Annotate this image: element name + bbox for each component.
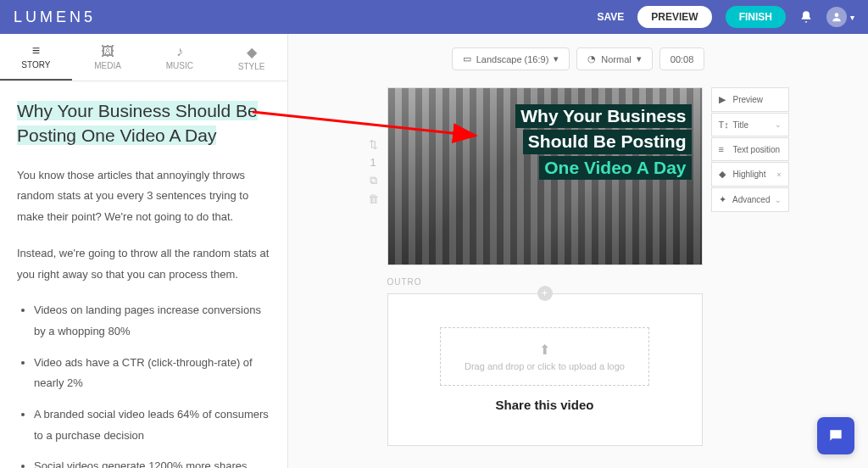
list-item[interactable]: A branded social video leads 64% of cons… — [34, 404, 270, 446]
speed-icon: ◔ — [587, 53, 596, 64]
chevron-down-icon: ⌄ — [775, 120, 782, 129]
list-item[interactable]: Video ads have a CTR (click-through-rate… — [34, 353, 270, 394]
prop-highlight[interactable]: ◆Highlight× — [711, 162, 789, 187]
logo: LUMEN5 — [14, 8, 96, 26]
add-slide-button[interactable]: + — [537, 286, 553, 301]
list-item[interactable]: Videos on landing pages increase convers… — [34, 300, 270, 342]
chevron-down-icon: ⌄ — [775, 196, 782, 204]
tab-media[interactable]: 🖼MEDIA — [72, 34, 144, 81]
chat-icon — [827, 427, 844, 444]
preview-button[interactable]: PREVIEW — [637, 6, 711, 28]
highlight-icon: ◆ — [719, 169, 729, 180]
chat-button[interactable] — [817, 417, 854, 454]
right-panel: ▭Landscape (16:9)▾ ◔Normal▾ 00:08 ⇅ 1 ⧉ … — [288, 34, 868, 468]
story-content: Why Your Business Should BePosting One V… — [0, 81, 287, 468]
duration-display: 00:08 — [659, 47, 705, 70]
finish-button[interactable]: FINISH — [726, 6, 786, 28]
video-slide[interactable]: Why Your Business Should Be Posting One … — [387, 87, 703, 265]
tab-style[interactable]: ◆STYLE — [215, 34, 287, 81]
svg-point-0 — [835, 13, 839, 17]
notifications-icon[interactable] — [799, 10, 813, 24]
prop-advanced[interactable]: ✦Advanced⌄ — [711, 187, 789, 212]
speed-select[interactable]: ◔Normal▾ — [576, 47, 652, 70]
logo-upload[interactable]: ⬆ Drag and drop or click to upload a log… — [440, 327, 649, 386]
slide-controls: ⇅ 1 ⧉ 🗑 — [368, 87, 379, 446]
slide-number: 1 — [370, 156, 376, 169]
media-icon: 🖼 — [101, 44, 114, 59]
prop-title[interactable]: T↕Title⌄ — [711, 113, 789, 136]
duplicate-icon[interactable]: ⧉ — [370, 174, 377, 187]
aspect-ratio-select[interactable]: ▭Landscape (16:9)▾ — [452, 47, 570, 70]
list-item[interactable]: Social videos generate 1200% more shares… — [34, 456, 270, 468]
canvas-toolbar: ▭Landscape (16:9)▾ ◔Normal▾ 00:08 — [305, 47, 851, 70]
user-avatar[interactable]: ▾ — [826, 7, 854, 27]
story-paragraph[interactable]: Instead, we're going to throw all the ra… — [17, 243, 270, 285]
style-icon: ◆ — [247, 44, 257, 60]
story-list: Videos on landing pages increase convers… — [17, 300, 270, 468]
editor-tabs: ≡STORY 🖼MEDIA ♪MUSIC ◆STYLE — [0, 34, 287, 81]
music-icon: ♪ — [176, 44, 183, 59]
outro-slide[interactable]: + ⬆ Drag and drop or click to upload a l… — [387, 293, 703, 446]
delete-icon[interactable]: 🗑 — [368, 192, 379, 205]
advanced-icon: ✦ — [719, 194, 729, 205]
title-icon: T↕ — [719, 120, 729, 130]
play-icon: ▶ — [719, 94, 729, 105]
prop-text-position[interactable]: ≡Text position — [711, 137, 789, 161]
tab-music[interactable]: ♪MUSIC — [144, 34, 216, 81]
share-text[interactable]: Share this video — [496, 398, 594, 412]
story-paragraph[interactable]: You know those articles that annoyingly … — [17, 165, 270, 228]
upload-icon: ⬆ — [465, 342, 625, 358]
story-title[interactable]: Why Your Business Should BePosting One V… — [17, 98, 270, 148]
aspect-icon: ▭ — [463, 53, 471, 64]
slide-properties: ▶Preview T↕Title⌄ ≡Text position ◆Highli… — [711, 87, 789, 446]
tab-story[interactable]: ≡STORY — [0, 34, 72, 81]
prop-preview[interactable]: ▶Preview — [711, 87, 789, 112]
left-panel: ≡STORY 🖼MEDIA ♪MUSIC ◆STYLE Why Your Bus… — [0, 34, 288, 468]
close-icon[interactable]: × — [776, 170, 781, 179]
position-icon: ≡ — [719, 144, 729, 154]
app-header: LUMEN5 SAVE PREVIEW FINISH ▾ — [0, 0, 868, 34]
slide-text-overlay: Why Your Business Should Be Posting One … — [515, 103, 691, 181]
story-icon: ≡ — [32, 43, 40, 58]
move-up-icon[interactable]: ⇅ — [369, 138, 378, 151]
save-button[interactable]: SAVE — [598, 11, 625, 23]
